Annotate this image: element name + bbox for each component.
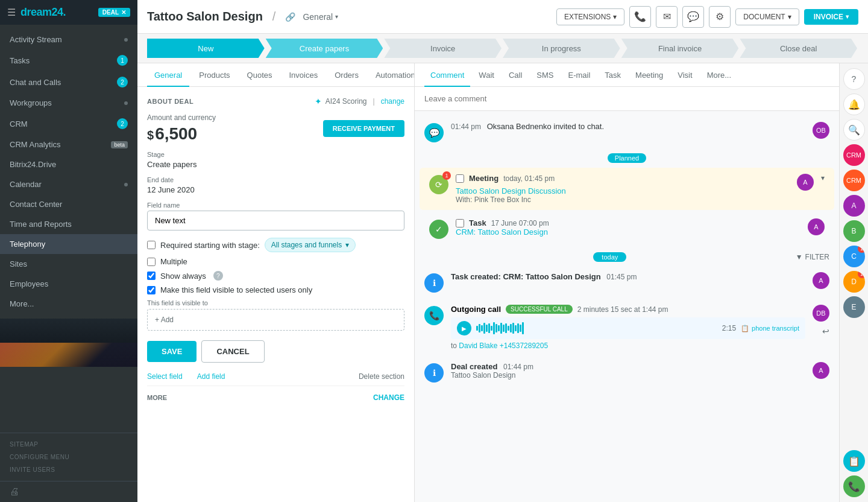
visible-selected-checkbox[interactable] — [147, 286, 156, 294]
sidebar-item-crm[interactable]: CRM 2 — [0, 113, 137, 135]
stage-final-invoice[interactable]: Final invoice — [621, 39, 739, 58]
search-icon-sidebar[interactable]: 🔍 — [843, 119, 865, 141]
tab-automation[interactable]: Automation — [368, 63, 415, 87]
phone-button[interactable]: 📞 — [629, 6, 651, 28]
form-footer: Select field Add field Delete section — [147, 372, 404, 381]
cancel-button[interactable]: CANCEL — [201, 340, 264, 363]
field-name-input[interactable] — [147, 211, 404, 230]
avatar-oksana: OB — [813, 122, 829, 139]
activity-tab-wait[interactable]: Wait — [473, 63, 500, 87]
chat-button[interactable]: 💬 — [682, 6, 704, 28]
activity-tab-task[interactable]: Task — [599, 63, 627, 87]
reply-icon[interactable]: ↩ — [822, 326, 829, 336]
save-button[interactable]: SAVE — [147, 341, 197, 362]
stage-new[interactable]: New — [147, 39, 265, 58]
sidebar-item-time-reports[interactable]: Time and Reports — [0, 214, 137, 234]
invite-users-link[interactable]: INVITE USERS — [0, 463, 137, 476]
avatar-sidebar-6[interactable]: D 1 — [843, 271, 865, 293]
right-panel: Comment Wait Call SMS E-mail Task Meetin… — [415, 63, 839, 502]
tab-products[interactable]: Products — [192, 63, 237, 87]
printer-icon[interactable]: 🖨 — [10, 486, 19, 497]
sitemap-link[interactable]: SITEMAP — [0, 438, 137, 451]
more-change-link[interactable]: change — [373, 393, 404, 402]
sidebar-item-workgroups[interactable]: Workgroups — [0, 93, 137, 113]
extensions-button[interactable]: EXTENSIONS ▾ — [556, 8, 624, 25]
meeting-checkbox[interactable] — [456, 174, 464, 183]
chevron-down-icon[interactable]: ▾ — [821, 174, 825, 182]
stage-create-papers[interactable]: Create papers — [266, 39, 383, 58]
avatar-badge-2: 1 — [858, 271, 865, 278]
comment-input[interactable] — [415, 87, 839, 111]
deal-badge-close[interactable]: ✕ — [121, 9, 126, 16]
bell-icon-sidebar[interactable]: 🔔 — [843, 94, 865, 115]
sidebar-item-sites[interactable]: Sites — [0, 254, 137, 274]
avatar-sidebar-4[interactable]: B — [843, 220, 865, 242]
link-icon: 🔗 — [285, 12, 295, 22]
activity-tab-more[interactable]: More... — [701, 63, 737, 87]
show-always-checkbox[interactable] — [147, 272, 156, 280]
activity-tab-sms[interactable]: SMS — [530, 63, 559, 87]
transcript-button[interactable]: 📋 phone transcript — [741, 325, 799, 332]
select-field-link[interactable]: Select field — [147, 372, 183, 381]
stage-close-deal[interactable]: Close deal — [740, 39, 857, 58]
add-contact-icon[interactable]: 📋 — [843, 450, 865, 472]
stage-in-progress[interactable]: In progress — [503, 39, 620, 58]
invoice-button[interactable]: INVOICE ▾ — [804, 9, 858, 25]
tab-quotes[interactable]: Quotes — [240, 63, 280, 87]
avatar-sidebar-5[interactable]: C 1 — [843, 246, 865, 267]
meeting-link[interactable]: Tattoo Salon Design Discussion — [456, 186, 566, 195]
ai-scoring: ✦ AI24 Scoring | change — [315, 97, 404, 106]
play-button[interactable]: ▶ — [457, 321, 471, 335]
sidebar-item-bitrix-drive[interactable]: Bitrix24.Drive — [0, 154, 137, 174]
activity-tab-visit[interactable]: Visit — [671, 63, 698, 87]
general-breadcrumb[interactable]: General ▾ — [303, 12, 338, 22]
sidebar-item-tasks[interactable]: Tasks 1 — [0, 49, 137, 71]
stages-funnels-select[interactable]: All stages and funnels ▾ — [265, 238, 356, 252]
sidebar-item-contact-center[interactable]: Contact Center — [0, 194, 137, 214]
tab-orders[interactable]: Orders — [327, 63, 366, 87]
email-button[interactable]: ✉ — [656, 6, 678, 28]
avatar-sidebar-3[interactable]: A — [843, 195, 865, 217]
stage-invoice[interactable]: Invoice — [384, 39, 502, 58]
sidebar-item-calendar[interactable]: Calendar — [0, 174, 137, 194]
deal-badge[interactable]: DEAL ✕ — [98, 8, 130, 17]
add-visible-button[interactable]: + Add — [147, 309, 404, 331]
settings-button[interactable]: ⚙ — [709, 6, 731, 28]
activity-tab-call[interactable]: Call — [503, 63, 528, 87]
phone-action-icon[interactable]: 📞 — [843, 475, 865, 497]
required-checkbox[interactable] — [147, 241, 156, 249]
hamburger-icon[interactable]: ☰ — [7, 7, 16, 18]
sidebar-item-more[interactable]: More... — [0, 294, 137, 314]
today-divider: today — [424, 252, 796, 261]
configure-menu-link[interactable]: CONFIGURE MENU — [0, 451, 137, 463]
avatar-sidebar-1[interactable]: CRM — [843, 144, 865, 166]
task-checkbox[interactable] — [456, 219, 464, 227]
sidebar-item-telephony[interactable]: Telephony — [0, 234, 137, 254]
sidebar-item-crm-analytics[interactable]: CRM Analytics beta — [0, 135, 137, 154]
sidebar-item-employees[interactable]: Employees — [0, 274, 137, 294]
task-link[interactable]: CRM: Tattoo Salon Design — [456, 227, 548, 237]
avatar-sidebar-7[interactable]: E — [843, 296, 865, 318]
multiple-checkbox[interactable] — [147, 258, 156, 266]
activity-tab-meeting[interactable]: Meeting — [629, 63, 669, 87]
add-field-link[interactable]: Add field — [197, 372, 225, 381]
help-icon[interactable]: ? — [213, 271, 223, 281]
activity-tab-comment[interactable]: Comment — [424, 63, 470, 87]
meeting-badge: 1 — [442, 171, 451, 180]
filter-button[interactable]: ▼ FILTER — [796, 253, 829, 261]
avatar-call: DB — [813, 305, 829, 322]
delete-section-link[interactable]: Delete section — [359, 372, 404, 381]
receive-payment-button[interactable]: RECEIVE PAYMENT — [323, 120, 404, 137]
tab-general[interactable]: General — [147, 63, 189, 87]
sidebar-item-chat-calls[interactable]: Chat and Calls 2 — [0, 71, 137, 93]
change-link[interactable]: change — [381, 97, 404, 106]
sidebar-item-activity-stream[interactable]: Activity Stream — [0, 30, 137, 49]
help-icon-sidebar[interactable]: ? — [843, 68, 865, 90]
document-button[interactable]: DOCUMENT ▾ — [735, 8, 799, 25]
avatar-task: A — [808, 218, 825, 235]
brand-logo: dream24. — [20, 6, 66, 19]
call-to-link[interactable]: David Blake +14537289205 — [459, 342, 548, 350]
tab-invoices[interactable]: Invoices — [281, 63, 325, 87]
avatar-sidebar-2[interactable]: CRM — [843, 170, 865, 191]
activity-tab-email[interactable]: E-mail — [562, 63, 596, 87]
